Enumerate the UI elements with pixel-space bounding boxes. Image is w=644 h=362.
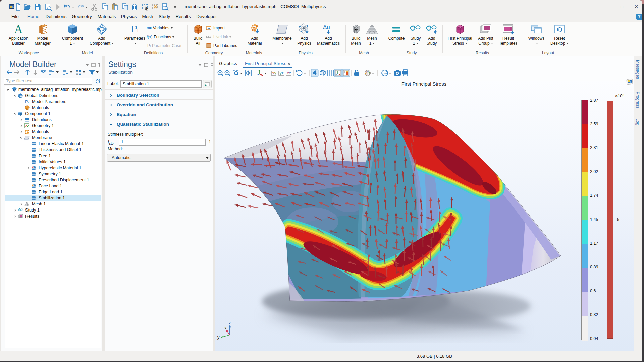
svg-text:x: x xyxy=(224,325,227,330)
svg-text:z: z xyxy=(229,320,231,325)
svg-text:y: y xyxy=(217,335,220,340)
svg-text:Δu: Δu xyxy=(323,24,330,31)
svg-text:z: z xyxy=(289,71,291,75)
svg-text:z: z xyxy=(282,71,284,75)
svg-text:y: y xyxy=(274,71,276,75)
svg-text:A: A xyxy=(25,124,28,128)
